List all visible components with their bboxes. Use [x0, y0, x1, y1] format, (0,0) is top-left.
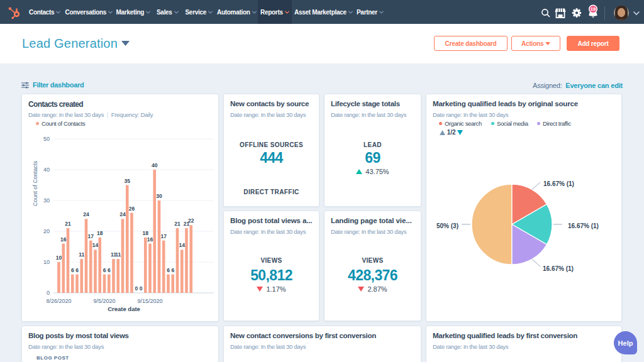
svg-text:30: 30	[156, 193, 162, 199]
svg-text:14: 14	[179, 242, 186, 248]
svg-text:21: 21	[65, 221, 71, 227]
svg-text:40: 40	[43, 167, 50, 173]
svg-text:35: 35	[125, 178, 131, 184]
svg-text:30: 30	[43, 197, 50, 204]
svg-text:11: 11	[79, 251, 84, 258]
svg-text:24: 24	[83, 211, 89, 217]
svg-text:16.67% (1): 16.67% (1)	[568, 222, 599, 229]
svg-text:9/15/2020: 9/15/2020	[137, 298, 162, 304]
svg-text:26: 26	[129, 206, 135, 212]
svg-text:16.67% (1): 16.67% (1)	[543, 265, 574, 272]
svg-text:50: 50	[43, 136, 50, 142]
svg-text:40: 40	[152, 162, 158, 168]
svg-text:24: 24	[119, 211, 126, 217]
svg-text:16.67% (1): 16.67% (1)	[543, 180, 574, 187]
svg-text:18: 18	[143, 230, 149, 236]
svg-text:10: 10	[43, 259, 50, 265]
svg-text:Count of Contacts: Count of Contacts	[32, 160, 38, 206]
svg-text:18: 18	[97, 230, 103, 236]
svg-text:6: 6	[75, 267, 79, 273]
svg-text:Create date: Create date	[108, 305, 140, 312]
svg-text:8/26/2020: 8/26/2020	[46, 298, 71, 304]
svg-text:50% (3): 50% (3)	[436, 222, 458, 229]
svg-text:21: 21	[174, 221, 180, 227]
svg-text:0: 0	[135, 285, 138, 292]
svg-text:6: 6	[171, 267, 174, 273]
svg-text:19: 19	[591, 6, 596, 12]
svg-text:6: 6	[71, 267, 74, 273]
svg-text:17: 17	[161, 233, 167, 239]
svg-text:17: 17	[88, 233, 94, 239]
svg-text:9/5/2020: 9/5/2020	[93, 298, 115, 304]
svg-text:11: 11	[115, 251, 121, 258]
svg-text:6: 6	[167, 267, 170, 273]
svg-text:10: 10	[56, 255, 62, 261]
svg-text:0: 0	[140, 285, 143, 292]
svg-text:20: 20	[43, 228, 50, 234]
svg-text:6: 6	[103, 267, 106, 273]
svg-text:22: 22	[188, 217, 194, 224]
svg-text:6: 6	[108, 267, 111, 273]
svg-text:14: 14	[92, 242, 99, 248]
svg-text:16: 16	[147, 236, 153, 243]
svg-text:16: 16	[60, 236, 67, 243]
svg-text:0: 0	[47, 290, 50, 296]
